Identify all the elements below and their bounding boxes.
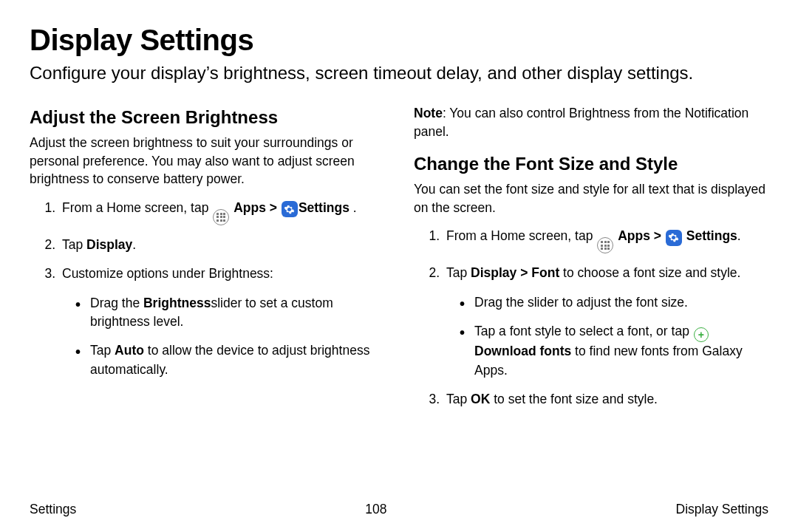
- footer-right: Display Settings: [676, 502, 768, 517]
- step-text: Customize options under Brightness:: [62, 266, 273, 281]
- step-text: From a Home screen, tap: [62, 200, 212, 215]
- settings-icon: [282, 201, 298, 217]
- list-item: Tap OK to set the font size and style.: [443, 390, 768, 409]
- step-bold: Display: [471, 265, 516, 280]
- list-item: Drag the slider to adjust the font size.: [460, 293, 768, 312]
- step-bold: Display: [86, 237, 132, 252]
- chevron-icon: >: [654, 228, 661, 243]
- step-text: .: [737, 228, 741, 243]
- bullet-text: Drag the slider to adjust the font size.: [474, 295, 688, 310]
- note-label: Note: [414, 106, 443, 120]
- brightness-note: Note: You can also control Brightness fr…: [414, 104, 768, 140]
- settings-label: Settings: [299, 200, 349, 215]
- step-bold: OK: [471, 392, 490, 406]
- step-text: to choose a font size and style.: [559, 265, 740, 280]
- note-text: : You can also control Brightness from t…: [414, 106, 748, 139]
- apps-icon: [213, 209, 229, 225]
- list-item: Tap Auto to allow the device to adjust b…: [75, 341, 384, 379]
- list-item: Tap Display.: [59, 236, 384, 254]
- bullet-text: Tap a font style to select a font, or ta…: [474, 324, 693, 338]
- column-right: Note: You can also control Brightness fr…: [414, 104, 768, 419]
- footer-page-number: 108: [365, 502, 386, 517]
- list-item: Tap a font style to select a font, or ta…: [460, 322, 768, 380]
- brightness-bullets: Drag the Brightnessslider to set a custo…: [62, 294, 384, 380]
- step-text: Tap: [62, 237, 86, 252]
- step-text: .: [349, 200, 357, 215]
- columns: Adjust the Screen Brightness Adjust the …: [30, 104, 768, 419]
- step-text: .: [132, 237, 136, 252]
- apps-label: Apps: [233, 200, 266, 215]
- brightness-steps: From a Home screen, tap Apps > Settings …: [30, 199, 384, 379]
- heading-font: Change the Font Size and Style: [414, 154, 768, 174]
- apps-label: Apps: [618, 228, 650, 243]
- apps-icon: [597, 237, 613, 253]
- list-item: From a Home screen, tap Apps > Settings.: [443, 227, 768, 253]
- column-left: Adjust the Screen Brightness Adjust the …: [30, 104, 384, 419]
- bullet-text: Drag the: [90, 296, 143, 310]
- step-bold: Font: [531, 265, 559, 280]
- settings-icon: [666, 230, 682, 246]
- download-fonts-label: Download fonts: [474, 344, 571, 358]
- step-text: Tap: [446, 265, 471, 280]
- list-item: From a Home screen, tap Apps > Settings …: [59, 199, 384, 225]
- chevron-icon: >: [270, 200, 277, 215]
- bullet-bold: Auto: [115, 343, 144, 358]
- page-intro: Configure your display’s brightness, scr…: [30, 61, 768, 85]
- bullet-text: Tap: [90, 343, 115, 358]
- font-steps: From a Home screen, tap Apps > Settings.…: [414, 227, 768, 409]
- list-item: Drag the Brightnessslider to set a custo…: [75, 294, 384, 332]
- download-icon: +: [694, 327, 709, 342]
- step-text: to set the font size and style.: [490, 392, 658, 406]
- bullet-bold: Brightness: [143, 296, 211, 310]
- heading-brightness: Adjust the Screen Brightness: [30, 107, 384, 128]
- step-text: Tap: [446, 392, 471, 406]
- footer-left: Settings: [30, 502, 76, 517]
- brightness-para: Adjust the screen brightness to suit you…: [30, 134, 384, 188]
- page-title: Display Settings: [30, 24, 768, 57]
- settings-label: Settings: [686, 228, 737, 243]
- page-footer: Settings 108 Display Settings: [30, 502, 768, 517]
- list-item: Customize options under Brightness: Drag…: [59, 265, 384, 379]
- font-para: You can set the font size and style for …: [414, 180, 768, 216]
- font-bullets: Drag the slider to adjust the font size.…: [446, 293, 768, 380]
- step-text: From a Home screen, tap: [446, 228, 596, 243]
- chevron-icon: >: [520, 265, 528, 280]
- list-item: Tap Display > Font to choose a font size…: [443, 264, 768, 380]
